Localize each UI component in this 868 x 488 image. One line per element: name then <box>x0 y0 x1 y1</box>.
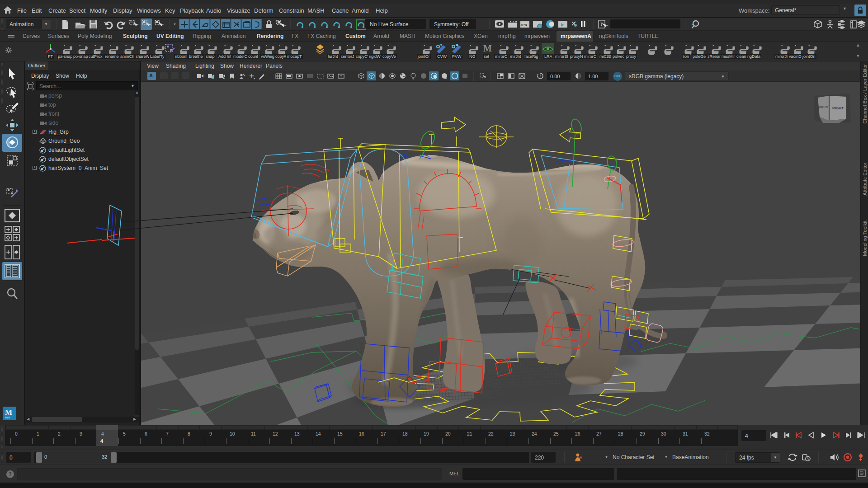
svg-text:IPR: IPR <box>521 23 528 27</box>
svg-text:T: T <box>340 75 342 79</box>
svg-text:M: M <box>483 43 492 53</box>
